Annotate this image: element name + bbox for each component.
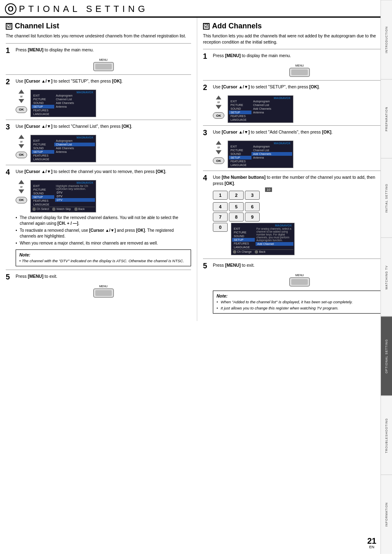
menu-button-1: [93, 62, 114, 71]
ok-button: OK: [16, 106, 27, 113]
step-3-right: 3 Use [Cursor ▲/▼] to select "Add Channe…: [203, 129, 386, 136]
arrow-up-3: [18, 135, 24, 139]
checkbox-icon: ☑: [6, 23, 12, 30]
step-3-left: 3 Use [Cursor ▲/▼] to select "Channel Li…: [6, 123, 191, 131]
add-channels-section: ☑ Add Channels This function lets you ad…: [197, 18, 392, 321]
num-btn-0: 0: [213, 223, 228, 232]
remote-control-3: or OK: [16, 135, 27, 158]
step-4-left: 4 Use [Cursor ▲/▼] to select the channel…: [6, 169, 191, 176]
number-buttons-area: 1 2 3 10 4 5 6 7 8 9: [213, 191, 386, 255]
menu-button-5: [93, 289, 114, 298]
num-btn-4: 4: [213, 202, 228, 211]
menu-label-5: MENU: [16, 285, 191, 288]
side-navigation-tabs: INTRODUCTION PREPARATION INITIAL SETTING…: [380, 0, 392, 554]
num-badge: 10: [265, 187, 272, 192]
step-4-right: 4 Use [the Number buttons] to enter the …: [203, 174, 386, 186]
menu-button-r1: [289, 68, 310, 77]
num-btn-2: 2: [229, 191, 244, 200]
page-en-label: EN: [367, 545, 376, 549]
menu-label-1: MENU: [16, 58, 191, 61]
remote-control-r3: or OK: [213, 141, 224, 164]
arrow-up: [18, 90, 24, 94]
main-content: ☑ Channel List The channel list function…: [0, 18, 392, 321]
arrow-up-4: [18, 180, 24, 184]
step-2-right: 2 Use [Cursor ▲/▼] to select "SETUP", th…: [203, 84, 386, 91]
step-5-right: 5 Press [MENU] to exit.: [203, 262, 386, 270]
tab-watching-tv[interactable]: WATCHING TV: [381, 238, 392, 317]
step-2-visual-left: or OK MAGNAVOX EXIT PICTURE SOUND SETUP …: [16, 90, 191, 117]
step-1-left: 1 Press [MENU] to display the main menu.: [6, 47, 191, 54]
tab-initial-setting[interactable]: INITIAL SETTING: [381, 158, 392, 238]
menu-screenshot-4-left: MAGNAVOX EXIT PICTURE SOUND SETUP FEATUR…: [30, 180, 96, 212]
menu-screenshot-3-right: MAGNAVOX EXIT PICTURE SOUND SETUP FEATUR…: [228, 141, 293, 168]
step-5-left: 5 Press [MENU] to exit.: [6, 273, 191, 281]
remote-control-r2: or OK: [213, 95, 224, 119]
remote-control-4: or OK: [16, 180, 27, 203]
step-3-visual-right: or OK MAGNAVOX EXIT PICTURE SOUND SETUP …: [213, 141, 386, 168]
menu-button-r5: [289, 277, 310, 286]
ok-button-r3: OK: [213, 157, 224, 164]
menu-screenshot-4-right: MAGNAVOX EXIT PICTURE SOUND SETUP FEATUR…: [231, 223, 295, 255]
num-btn-8: 8: [229, 212, 244, 222]
menu-screenshot-3-left: MAGNAVOX EXIT PICTURE SOUND SETUP FEATUR…: [30, 135, 96, 162]
num-btn-5: 5: [229, 202, 244, 211]
menu-label-r1: MENU: [213, 64, 386, 67]
menu-screenshot-2-right: MAGNAVOX EXIT PICTURE SOUND SETUP FEATUR…: [228, 95, 293, 123]
channel-list-section: ☑ Channel List The channel list function…: [0, 18, 197, 321]
tab-troubleshooting[interactable]: TROUBLESHOOTING: [381, 396, 392, 475]
ok-button-r2: OK: [213, 112, 224, 119]
remote-control-2: or OK: [16, 90, 27, 113]
arrow-up-r2: [216, 95, 221, 99]
arrow-down: [18, 99, 24, 103]
step-4-visual-left: or OK MAGNAVOX EXIT PICTURE SOUND SETUP …: [16, 180, 191, 212]
num-btn-3: 3: [245, 191, 260, 200]
header-o-letter: O: [5, 3, 16, 15]
num-btn-9: 9: [245, 212, 260, 222]
channel-list-title: ☑ Channel List: [6, 22, 191, 30]
page-number: 21: [367, 537, 376, 545]
page-number-area: 21 EN: [367, 537, 376, 549]
num-btn-1: 1: [213, 191, 228, 200]
arrow-down-r2: [216, 105, 221, 109]
menu-label-r5: MENU: [213, 274, 386, 277]
tab-preparation[interactable]: PREPARATION: [381, 79, 392, 159]
step-3-visual-left: or OK MAGNAVOX EXIT PICTURE SOUND SETUP …: [16, 135, 191, 162]
channel-list-note: Note: • The channel with the "DTV" indic…: [16, 249, 191, 266]
channel-list-bullets: The channel display for the removed chan…: [16, 215, 191, 247]
channel-list-desc: The channel list function lets you remov…: [6, 33, 191, 39]
page-title: PTIONAL SETTING: [19, 4, 148, 14]
tab-introduction[interactable]: INTRODUCTION: [381, 0, 392, 79]
arrow-down-r3: [216, 150, 221, 154]
arrow-up-r3: [216, 141, 221, 145]
page-header: O PTIONAL SETTING: [0, 0, 392, 18]
step-2-visual-right: or OK MAGNAVOX EXIT PICTURE SOUND SETUP …: [213, 95, 386, 123]
add-channels-note: Note: • When "Added to the channel list"…: [213, 291, 386, 314]
arrow-down-4: [18, 189, 24, 194]
menu-screenshot-2-left: MAGNAVOX EXIT PICTURE SOUND SETUP FEATUR…: [30, 90, 96, 117]
step-2-left: 2 Use [Cursor ▲/▼] to select "SETUP", th…: [6, 78, 191, 85]
arrow-down-3: [18, 144, 24, 148]
tab-optional-setting[interactable]: OPTIONAL SETTING: [381, 316, 392, 396]
ok-button-3: OK: [16, 152, 27, 158]
num-btn-7: 7: [213, 212, 228, 222]
add-channels-desc: This function lets you add the channels …: [203, 33, 386, 45]
ok-button-4: OK: [16, 197, 27, 203]
add-channels-title: ☑ Add Channels: [203, 22, 386, 30]
step-1-right: 1 Press [MENU] to display the main menu.: [203, 53, 386, 60]
tab-information[interactable]: INFORMATION: [381, 475, 392, 554]
num-btn-6: 6: [245, 202, 260, 211]
checkbox-icon-right: ☑: [203, 23, 210, 30]
